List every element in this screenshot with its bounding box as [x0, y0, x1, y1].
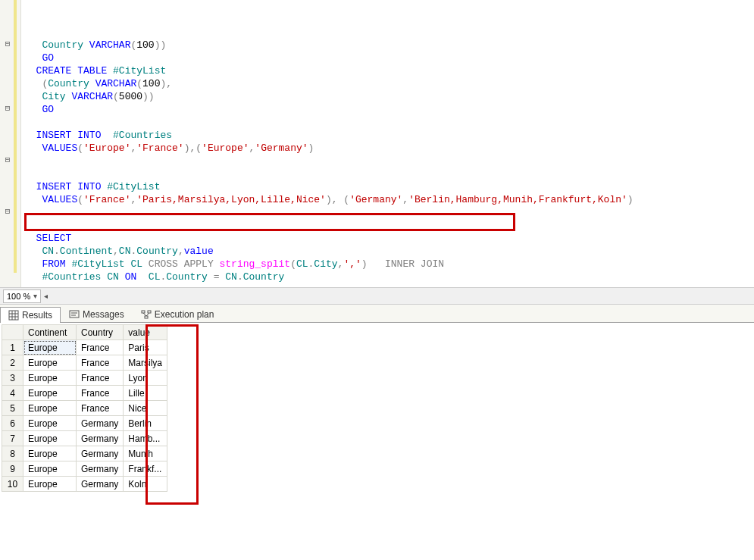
- collapse-glyph[interactable]: ⊟: [3, 103, 12, 113]
- rownum-cell: 2: [2, 355, 23, 371]
- code-line[interactable]: [24, 116, 751, 129]
- code-line[interactable]: [24, 155, 751, 167]
- col-header-country[interactable]: Country: [77, 325, 124, 340]
- rownum-cell: 1: [2, 340, 23, 355]
- sql-editor[interactable]: ⊟⊟⊟⊟ Country VARCHAR(100)) GO CREATE TAB…: [0, 0, 754, 288]
- grid-cell[interactable]: Germany: [77, 477, 124, 492]
- code-line[interactable]: SELECT: [24, 232, 751, 245]
- grid-cell[interactable]: France: [77, 401, 124, 416]
- grid-cell[interactable]: Europe: [23, 371, 77, 386]
- grid-cell[interactable]: Munih: [124, 446, 167, 461]
- table-row[interactable]: 4EuropeFranceLille: [2, 386, 167, 401]
- grid-cell[interactable]: Marsilya: [124, 355, 167, 371]
- svg-rect-8: [142, 311, 145, 313]
- rownum-cell: 4: [2, 386, 23, 401]
- grid-cell[interactable]: Europe: [23, 461, 77, 477]
- code-line[interactable]: #Countries CN ON CL.Country = CN.Country: [24, 271, 751, 283]
- code-line[interactable]: VALUES('Europe','France'),('Europe','Ger…: [24, 142, 751, 155]
- grid-cell[interactable]: Berlin: [124, 416, 167, 431]
- code-line[interactable]: GO: [24, 52, 751, 64]
- tab-messages[interactable]: Messages: [61, 306, 133, 322]
- rownum-cell: 7: [2, 431, 23, 446]
- grid-cell[interactable]: Germany: [77, 461, 124, 477]
- svg-rect-10: [145, 316, 148, 318]
- rownum-cell: 9: [2, 461, 23, 477]
- grid-cell[interactable]: Lyon: [124, 371, 167, 386]
- code-line[interactable]: INSERT INTO #CityList: [24, 180, 751, 193]
- code-line[interactable]: VALUES('France','Paris,Marsilya,Lyon,Lil…: [24, 193, 751, 206]
- grid-cell[interactable]: Nice: [124, 401, 167, 416]
- table-row[interactable]: 2EuropeFranceMarsilya: [2, 355, 167, 371]
- collapse-glyph[interactable]: ⊟: [3, 155, 12, 164]
- scroll-left-icon[interactable]: ◂: [44, 292, 48, 300]
- col-header-continent[interactable]: Continent: [23, 325, 77, 340]
- code-line[interactable]: CREATE TABLE #CityList: [24, 64, 751, 77]
- svg-rect-5: [70, 311, 79, 318]
- code-line[interactable]: FROM #CityList CL CROSS APPLY string_spl…: [24, 258, 751, 271]
- tab-execution-plan[interactable]: Execution plan: [133, 306, 223, 322]
- grid-cell[interactable]: Germany: [77, 431, 124, 446]
- grid-cell[interactable]: Paris: [124, 340, 167, 355]
- collapse-glyph[interactable]: ⊟: [3, 39, 12, 48]
- table-row[interactable]: 1EuropeFranceParis: [2, 340, 167, 355]
- editor-margin: ⊟⊟⊟⊟: [0, 0, 21, 287]
- grid-cell[interactable]: Germany: [77, 416, 124, 431]
- rownum-cell: 10: [2, 477, 23, 492]
- grid-cell[interactable]: Europe: [23, 355, 77, 371]
- table-row[interactable]: 3EuropeFranceLyon: [2, 371, 167, 386]
- grid-cell[interactable]: Germany: [77, 446, 124, 461]
- grid-cell[interactable]: Europe: [23, 477, 77, 492]
- table-row[interactable]: 7EuropeGermanyHamb...: [2, 431, 167, 446]
- tab-results-label: Results: [22, 310, 52, 321]
- grid-cell[interactable]: Europe: [23, 416, 77, 431]
- execution-plan-icon: [141, 309, 152, 320]
- zoom-bar: 100 % ▾ ◂: [0, 288, 754, 305]
- zoom-dropdown[interactable]: 100 % ▾: [3, 289, 41, 303]
- zoom-value: 100 %: [7, 292, 30, 301]
- results-tabs: Results Messages Execution plan: [0, 305, 754, 323]
- table-row[interactable]: 10EuropeGermanyKoln: [2, 477, 167, 492]
- table-row[interactable]: 6EuropeGermanyBerlin: [2, 416, 167, 431]
- code-line[interactable]: INSERT INTO #Countries: [24, 129, 751, 142]
- grid-cell[interactable]: Europe: [23, 446, 77, 461]
- code-line[interactable]: GO: [24, 103, 751, 116]
- code-line[interactable]: [24, 283, 751, 287]
- grid-cell[interactable]: Europe: [23, 340, 77, 355]
- table-row[interactable]: 9EuropeGermanyFrankf...: [2, 461, 167, 477]
- chevron-down-icon: ▾: [33, 292, 37, 300]
- rownum-header: [2, 325, 23, 340]
- collapse-glyph[interactable]: ⊟: [3, 206, 12, 216]
- code-line[interactable]: (Country VARCHAR(100),: [24, 77, 751, 90]
- messages-icon: [69, 309, 80, 320]
- code-line[interactable]: CN.Continent,CN.Country,value: [24, 245, 751, 258]
- grid-cell[interactable]: Hamb...: [124, 431, 167, 446]
- grid-cell[interactable]: France: [77, 371, 124, 386]
- code-line[interactable]: City VARCHAR(5000)): [24, 90, 751, 103]
- grid-cell[interactable]: Koln: [124, 477, 167, 492]
- tab-results[interactable]: Results: [0, 307, 61, 323]
- grid-cell[interactable]: Europe: [23, 431, 77, 446]
- table-row[interactable]: 8EuropeGermanyMunih: [2, 446, 167, 461]
- grid-cell[interactable]: Lille: [124, 386, 167, 401]
- grid-cell[interactable]: France: [77, 355, 124, 371]
- grid-cell[interactable]: Frankf...: [124, 461, 167, 477]
- rownum-cell: 3: [2, 371, 23, 386]
- grid-cell[interactable]: Europe: [23, 386, 77, 401]
- code-line[interactable]: [24, 219, 751, 232]
- svg-line-11: [143, 313, 146, 316]
- col-header-value[interactable]: value: [124, 325, 167, 340]
- grid-cell[interactable]: France: [77, 340, 124, 355]
- svg-rect-9: [148, 311, 151, 313]
- tab-exec-plan-label: Execution plan: [155, 309, 214, 320]
- code-line[interactable]: Country VARCHAR(100)): [24, 39, 751, 52]
- code-area[interactable]: Country VARCHAR(100)) GO CREATE TABLE #C…: [21, 0, 754, 287]
- rownum-cell: 5: [2, 401, 23, 416]
- code-line[interactable]: [24, 206, 751, 219]
- table-row[interactable]: 5EuropeFranceNice: [2, 401, 167, 416]
- grid-cell[interactable]: France: [77, 386, 124, 401]
- rownum-cell: 8: [2, 446, 23, 461]
- results-grid[interactable]: Continent Country value 1EuropeFrancePar…: [2, 324, 167, 492]
- results-grid-area[interactable]: Continent Country value 1EuropeFrancePar…: [0, 323, 754, 560]
- grid-cell[interactable]: Europe: [23, 401, 77, 416]
- code-line[interactable]: [24, 167, 751, 180]
